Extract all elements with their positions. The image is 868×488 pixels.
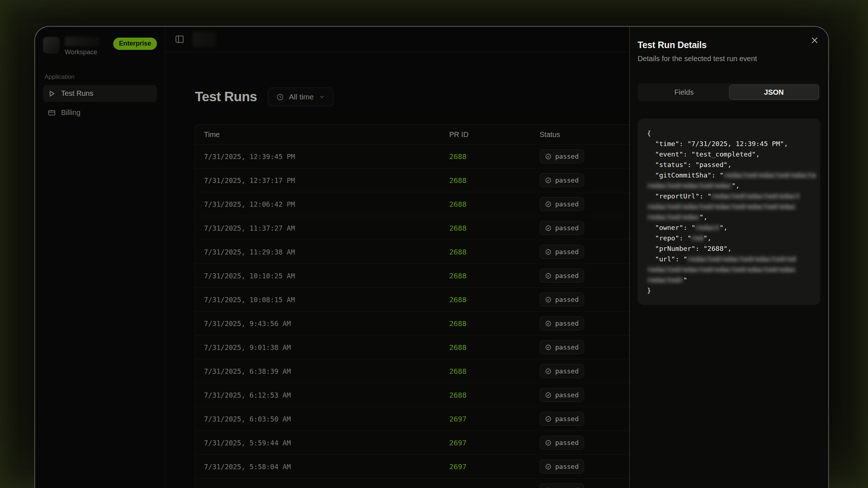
run-time: 7/31/2025, 5:58:04 AM — [195, 463, 441, 471]
test-run-details-drawer: Test Run Details Details for the selecte… — [629, 27, 828, 488]
tab-fields[interactable]: Fields — [639, 85, 729, 100]
workspace-logo — [43, 37, 60, 53]
header-title-redacted — [192, 32, 216, 47]
check-circle-icon — [545, 177, 552, 184]
code-line: "event": "test_completed", — [647, 149, 811, 159]
pr-id-link[interactable]: 2688 — [441, 224, 531, 232]
workspace-header[interactable]: Workspace Enterprise — [43, 37, 157, 56]
redacted-text: redactedredac — [647, 213, 699, 221]
enterprise-badge: Enterprise — [113, 38, 157, 50]
code-line: redactedredactedredac", — [647, 180, 811, 191]
pr-id-link[interactable]: 2688 — [441, 200, 531, 209]
code-line: "status": "passed", — [647, 159, 811, 170]
pr-id-link[interactable]: 2697 — [441, 462, 531, 471]
tab-json[interactable]: JSON — [729, 85, 819, 100]
workspace-text: Workspace — [65, 37, 108, 56]
pr-id-link[interactable]: 2688 — [441, 248, 531, 256]
status-label: passed — [555, 439, 579, 446]
status-badge: passed — [540, 269, 584, 283]
check-circle-icon — [545, 368, 552, 374]
code-line: redactedredactedredactedredactedredac — [647, 201, 811, 212]
pr-id-link[interactable]: 2688 — [441, 367, 531, 376]
status-label: passed — [555, 415, 579, 423]
code-line: redactedr" — [647, 275, 811, 285]
status-badge: passed — [540, 197, 584, 211]
workspace-label: Workspace — [65, 48, 108, 56]
run-time: 7/31/2025, 12:37:17 PM — [195, 176, 441, 184]
redacted-text: redactedr — [647, 276, 683, 284]
check-circle-icon — [545, 416, 552, 422]
pr-id-link[interactable]: 2688 — [441, 319, 531, 328]
pr-id-link[interactable]: 2697 — [441, 438, 531, 447]
time-filter-button[interactable]: All time — [268, 87, 334, 106]
status-badge: passed — [540, 388, 584, 402]
run-time: 7/31/2025, 6:12:53 AM — [195, 391, 441, 399]
check-circle-icon — [545, 153, 552, 160]
pr-id-link[interactable]: 2697 — [441, 415, 531, 423]
clock-icon — [276, 93, 284, 101]
code-line: "reportUrl": "redactedredactedredact — [647, 191, 811, 201]
close-button[interactable] — [810, 36, 819, 44]
pr-id-link[interactable]: 2688 — [441, 295, 531, 304]
page-title: Test Runs — [195, 89, 257, 104]
run-time: 7/31/2025, 6:03:50 AM — [195, 415, 441, 423]
sidebar-toggle-button[interactable] — [175, 34, 184, 44]
sidebar-nav: Test Runs Billing — [43, 85, 157, 121]
run-time: 7/31/2025, 9:01:38 AM — [195, 343, 441, 351]
code-line: redactedredac", — [647, 212, 811, 222]
code-line: redactedredactedredactedredactedredac — [647, 264, 811, 275]
status-label: passed — [555, 296, 579, 303]
pr-id-link[interactable]: 2688 — [441, 343, 531, 352]
code-line: "time": "7/31/2025, 12:39:45 PM", — [647, 138, 811, 149]
column-header-pr-id: PR ID — [441, 130, 531, 139]
close-icon — [810, 36, 819, 44]
sidebar: Workspace Enterprise Application Test Ru… — [35, 27, 165, 488]
code-line: "url": "redactedredactedredactedred — [647, 254, 811, 264]
check-circle-icon — [545, 273, 552, 279]
status-badge: passed — [540, 221, 584, 235]
code-line: "owner": "redact", — [647, 222, 811, 233]
drawer-tabs: FieldsJSON — [638, 83, 820, 101]
status-badge: passed — [540, 245, 584, 259]
status-badge: passed — [540, 483, 584, 488]
json-code-block: { "time": "7/31/2025, 12:39:45 PM", "eve… — [638, 119, 820, 305]
status-badge: passed — [540, 316, 584, 330]
status-badge: passed — [540, 436, 584, 450]
status-badge: passed — [540, 149, 584, 163]
run-time: 7/31/2025, 9:43:56 AM — [195, 320, 441, 328]
run-time: 7/31/2025, 12:39:45 PM — [195, 153, 441, 160]
app-window: Workspace Enterprise Application Test Ru… — [34, 26, 829, 488]
sidebar-item-label: Billing — [61, 108, 80, 117]
status-badge: passed — [540, 459, 584, 474]
sidebar-item-test-runs[interactable]: Test Runs — [43, 85, 157, 102]
page-background: Workspace Enterprise Application Test Ru… — [0, 0, 868, 488]
redacted-text: redact — [695, 224, 720, 231]
pr-id-link[interactable]: 2688 — [441, 271, 531, 280]
redacted-text: redactedredactedredactedredactedredac — [647, 203, 796, 210]
redacted-text: redactedredactedredacte — [724, 171, 816, 179]
code-line: { — [647, 128, 811, 138]
check-circle-icon — [545, 344, 552, 351]
redacted-text: redactedredactedredactedred — [687, 255, 796, 263]
chevron-down-icon — [319, 94, 325, 100]
check-circle-icon — [545, 392, 552, 398]
status-label: passed — [555, 367, 579, 375]
status-badge: passed — [540, 292, 584, 307]
panel-left-icon — [175, 34, 184, 44]
code-line: "prNumber": "2688", — [647, 243, 811, 254]
run-time: 7/31/2025, 11:37:27 AM — [195, 224, 441, 232]
pr-id-link[interactable]: 2688 — [441, 176, 531, 185]
run-time: 7/31/2025, 6:38:39 AM — [195, 367, 441, 375]
status-label: passed — [555, 463, 579, 470]
workspace-name-redacted — [65, 37, 99, 46]
status-label: passed — [555, 391, 579, 399]
pr-id-link[interactable]: 2688 — [441, 152, 531, 161]
sidebar-item-billing[interactable]: Billing — [43, 104, 157, 121]
run-time: 7/31/2025, 12:06:42 PM — [195, 200, 441, 208]
pr-id-link[interactable]: 2688 — [441, 391, 531, 399]
check-circle-icon — [545, 296, 552, 303]
run-time: 7/31/2025, 5:59:44 AM — [195, 439, 441, 447]
pr-id-link[interactable]: 2697 — [441, 486, 531, 488]
status-badge: passed — [540, 173, 584, 187]
status-badge: passed — [540, 412, 584, 426]
